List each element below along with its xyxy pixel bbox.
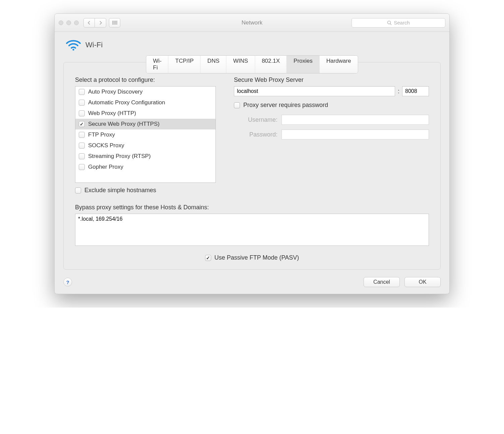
protocol-item[interactable]: Web Proxy (HTTP) [75, 108, 215, 119]
protocol-item[interactable]: SOCKS Proxy [75, 140, 215, 151]
chevron-left-icon [87, 21, 91, 25]
protocol-label: FTP Proxy [88, 131, 115, 138]
protocol-item[interactable]: Automatic Proxy Configuration [75, 97, 215, 108]
protocol-column: Select a protocol to configure: Auto Pro… [75, 76, 216, 194]
tab-bar: Wi-FiTCP/IPDNSWINS802.1XProxiesHardware [146, 55, 358, 73]
interface-label: Wi-Fi [85, 41, 103, 49]
protocol-checkbox[interactable] [79, 153, 85, 159]
username-input[interactable] [281, 115, 429, 125]
exclude-hostnames-checkbox[interactable] [75, 187, 81, 194]
back-button[interactable] [83, 18, 95, 28]
search-icon [387, 20, 392, 25]
protocol-checkbox[interactable] [79, 100, 85, 106]
footer: ? Cancel OK [63, 277, 441, 287]
chevron-right-icon [99, 21, 102, 25]
tab-dns[interactable]: DNS [201, 56, 227, 73]
svg-point-2 [72, 49, 74, 50]
content-area: Wi-Fi Wi-FiTCP/IPDNSWINS802.1XProxiesHar… [55, 32, 449, 294]
password-label: Password: [234, 131, 277, 138]
requires-password-label: Proxy server requires password [243, 102, 328, 109]
protocol-item[interactable]: Auto Proxy Discovery [75, 87, 215, 97]
tab-proxies[interactable]: Proxies [287, 56, 320, 73]
tab-hardware[interactable]: Hardware [320, 56, 358, 73]
show-all-button[interactable] [109, 18, 120, 28]
interface-header: Wi-Fi [63, 39, 441, 51]
exclude-hostnames-label: Exclude simple hostnames [84, 187, 156, 194]
bypass-label: Bypass proxy settings for these Hosts & … [75, 204, 429, 211]
help-button[interactable]: ? [63, 278, 72, 286]
close-window-icon[interactable] [59, 20, 63, 25]
protocol-label: Gopher Proxy [88, 164, 123, 170]
protocol-label: Auto Proxy Discovery [88, 89, 143, 95]
search-field[interactable]: Search [352, 18, 445, 28]
window-controls [59, 20, 79, 25]
protocol-checkbox[interactable] [79, 121, 85, 127]
server-column: Secure Web Proxy Server : Proxy server r… [234, 76, 429, 194]
protocol-label: Web Proxy (HTTP) [88, 110, 136, 117]
proxy-host-input[interactable] [234, 86, 395, 96]
titlebar: Network Search [55, 14, 449, 32]
username-label: Username: [234, 116, 277, 123]
protocol-label: SOCKS Proxy [88, 142, 124, 149]
protocol-item[interactable]: FTP Proxy [75, 129, 215, 140]
network-preferences-window: Network Search Wi-Fi Wi-FiTCP/IPDNSWINS8… [54, 13, 450, 294]
proxy-port-input[interactable] [402, 86, 429, 96]
protocol-checkbox[interactable] [79, 164, 85, 170]
wifi-icon [66, 39, 81, 51]
nav-buttons [83, 18, 106, 28]
tab-wi-fi[interactable]: Wi-Fi [146, 56, 169, 73]
protocol-checkbox[interactable] [79, 110, 85, 116]
tab-tcp-ip[interactable]: TCP/IP [169, 56, 201, 73]
tab-802-1x[interactable]: 802.1X [255, 56, 287, 73]
zoom-window-icon[interactable] [74, 20, 79, 25]
ok-button[interactable]: OK [404, 277, 441, 287]
requires-password-checkbox[interactable] [234, 102, 240, 108]
select-protocol-label: Select a protocol to configure: [75, 76, 216, 84]
protocol-label: Secure Web Proxy (HTTPS) [88, 121, 160, 127]
grid-icon [112, 21, 117, 24]
proxies-panel: Select a protocol to configure: Auto Pro… [63, 62, 441, 270]
password-input[interactable] [281, 129, 429, 140]
bypass-textarea[interactable] [75, 214, 429, 246]
server-label: Secure Web Proxy Server [234, 76, 429, 84]
svg-line-1 [390, 23, 392, 25]
protocol-checkbox[interactable] [79, 89, 85, 95]
host-port-separator: : [398, 88, 399, 95]
protocol-item[interactable]: Secure Web Proxy (HTTPS) [75, 119, 215, 129]
protocol-label: Streaming Proxy (RTSP) [88, 153, 151, 160]
protocol-checkbox[interactable] [79, 143, 85, 149]
protocol-item[interactable]: Streaming Proxy (RTSP) [75, 151, 215, 162]
passive-ftp-checkbox[interactable] [205, 255, 211, 261]
passive-ftp-label: Use Passive FTP Mode (PASV) [214, 254, 299, 261]
svg-point-0 [388, 21, 391, 24]
tab-wins[interactable]: WINS [227, 56, 255, 73]
minimize-window-icon[interactable] [66, 20, 71, 25]
protocol-list[interactable]: Auto Proxy DiscoveryAutomatic Proxy Conf… [75, 86, 216, 183]
protocol-label: Automatic Proxy Configuration [88, 99, 165, 106]
protocol-checkbox[interactable] [79, 132, 85, 138]
forward-button[interactable] [95, 18, 106, 28]
protocol-item[interactable]: Gopher Proxy [75, 162, 215, 172]
search-placeholder: Search [394, 20, 410, 25]
cancel-button[interactable]: Cancel [364, 277, 400, 287]
